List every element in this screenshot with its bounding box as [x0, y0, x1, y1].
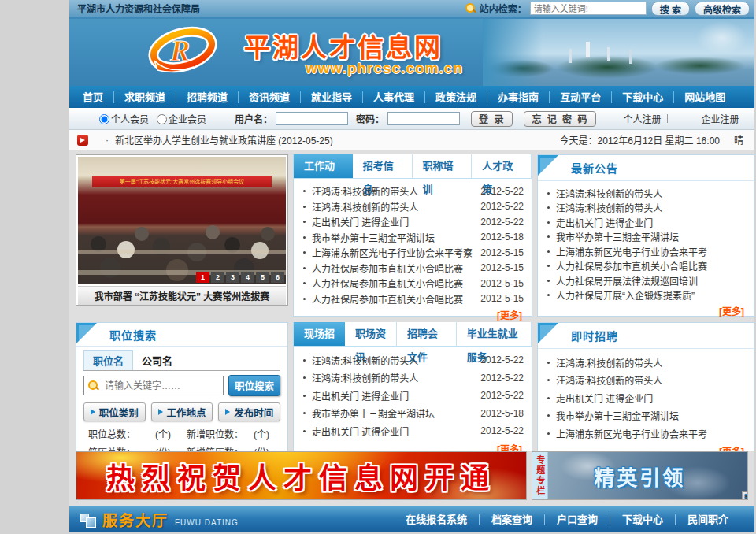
forgot-password-button[interactable]: 忘 记 密 码	[524, 111, 596, 127]
photo-page-button[interactable]: 5	[256, 272, 269, 283]
news-row[interactable]: 人力社保局参加市直机关小合唱比赛 2012-5-15	[303, 261, 524, 276]
news-row[interactable]: 汪鸿涛:科技创新的带头人	[547, 201, 746, 216]
member-type-personal[interactable]: 个人会员	[99, 112, 149, 125]
side-page-button[interactable]: 5	[742, 491, 747, 499]
news-row[interactable]: 走出机关门 进得企业门	[547, 389, 746, 407]
tab[interactable]: 毕业生就业服务	[457, 322, 532, 346]
news-title[interactable]: 汪鸿涛:科技创新的带头人	[312, 371, 474, 384]
company-register-link[interactable]: 企业注册	[701, 112, 739, 125]
tab[interactable]: 招聘会文件	[397, 322, 457, 346]
tab[interactable]: 工作动态	[294, 154, 353, 178]
news-title[interactable]: 汪鸿涛:科技创新的带头人	[312, 184, 474, 198]
news-row[interactable]: 走出机关门 进得企业门 2012-5-22	[303, 214, 524, 230]
footer-link[interactable]: 民间职介	[675, 514, 740, 525]
personal-member-radio[interactable]	[99, 114, 109, 124]
news-row[interactable]: 人力社保局开展“入企锻炼提素质”	[547, 288, 746, 303]
tab[interactable]: 职称培训	[413, 154, 472, 178]
celebration-banner[interactable]: 热烈祝贺人才信息网开通	[76, 451, 527, 500]
news-row[interactable]: 我市举办第十三期金平湖讲坛	[547, 230, 746, 245]
site-search-input[interactable]	[530, 2, 647, 15]
news-title[interactable]: 人力社保局参加市直机关小合唱比赛	[312, 292, 474, 306]
nav-item[interactable]: 求职频道	[113, 91, 176, 103]
nav-item[interactable]: 人事代理	[362, 91, 424, 103]
news-title[interactable]: 走出机关门 进得企业门	[312, 215, 474, 228]
login-button[interactable]: 登 录	[471, 111, 513, 127]
news-title[interactable]: 汪鸿涛:科技创新的带头人	[556, 201, 746, 214]
news-title[interactable]: 汪鸿涛:科技创新的带头人	[556, 356, 746, 369]
username-field[interactable]	[276, 112, 348, 125]
news-row[interactable]: 上海浦东新区光电子行业协会来平考	[547, 425, 746, 443]
news-title[interactable]: 我市举办第十三期金平湖讲坛	[312, 231, 474, 244]
news-title[interactable]: 走出机关门 进得企业门	[312, 425, 474, 438]
nav-item[interactable]: 就业指导	[300, 91, 362, 103]
news-photo[interactable]: 第一届“江苏技能状元”大赛常州选拔赛领导小组会议 123456	[78, 157, 286, 284]
news-row[interactable]: 人力社保局参加市直机关小合唱比赛 2012-5-15	[303, 291, 524, 307]
news-title[interactable]: 走出机关门 进得企业门	[556, 216, 746, 229]
tab[interactable]: 人才政策	[472, 154, 532, 178]
news-row[interactable]: 汪鸿涛:科技创新的带头人	[547, 354, 746, 372]
news-row[interactable]: 我市举办第十三期金平湖讲坛 2012-5-18	[303, 405, 524, 423]
news-title[interactable]: 上海浦东新区光电子行业协会来平考	[556, 427, 746, 440]
tab[interactable]: 职场资讯	[345, 322, 397, 346]
news-title[interactable]: 上海浦东新区光电子行业协会来平考	[556, 245, 746, 258]
news-title[interactable]: 走出机关门 进得企业门	[312, 389, 474, 402]
nav-item[interactable]: 政策法规	[424, 91, 487, 103]
ticker-headline[interactable]: 新北区举办大学生创业与就业政策讲座 (2012-05-25)	[115, 133, 333, 146]
photo-caption[interactable]: 我市部署 “江苏技能状元” 大赛常州选拔赛	[78, 286, 286, 305]
footer-link[interactable]: 在线报名系统	[394, 514, 479, 525]
news-row[interactable]: 人力社保局开展法律法规巡回培训	[547, 273, 746, 288]
news-row[interactable]: 走出机关门 进得企业门 2012-5-22	[303, 387, 524, 405]
news-row[interactable]: 我市举办第十三期金平湖讲坛 2012-5-18	[303, 230, 524, 246]
more-link[interactable]: [更多]	[538, 302, 754, 317]
personal-register-link[interactable]: 个人注册	[623, 112, 661, 125]
news-title[interactable]: 人力社保局参加市直机关小合唱比赛	[312, 276, 474, 290]
password-field[interactable]	[387, 112, 460, 125]
news-title[interactable]: 汪鸿涛:科技创新的带头人	[556, 373, 746, 387]
photo-page-button[interactable]: 6	[271, 272, 284, 283]
footer-link[interactable]: 档案查询	[479, 514, 544, 525]
news-row[interactable]: 我市举办第十三期金平湖讲坛	[547, 407, 746, 425]
news-title[interactable]: 我市举办第十三期金平湖讲坛	[312, 406, 474, 420]
news-row[interactable]: 汪鸿涛:科技创新的带头人	[547, 186, 746, 201]
nav-item[interactable]: 首页	[72, 91, 113, 103]
filter-button[interactable]: 发布时间	[218, 402, 280, 421]
search-button[interactable]: 搜 索	[651, 2, 690, 16]
photo-page-button[interactable]: 2	[211, 272, 224, 283]
news-title[interactable]: 汪鸿涛:科技创新的带头人	[312, 354, 474, 367]
news-row[interactable]: 上海浦东新区光电子行业协会来平考察 2012-5-15	[303, 245, 524, 261]
nav-item[interactable]: 招聘频道	[176, 91, 238, 103]
photo-page-button[interactable]: 3	[226, 272, 239, 283]
company-member-radio[interactable]	[157, 114, 167, 124]
news-row[interactable]: 人力社保局参加市直机关小合唱比赛	[547, 259, 746, 274]
nav-item[interactable]: 资讯频道	[238, 91, 300, 103]
news-row[interactable]: 走出机关门 进得企业门	[547, 215, 746, 230]
news-title[interactable]: 我市举办第十三期金平湖讲坛	[556, 230, 746, 243]
news-title[interactable]: 人力社保局开展法律法规巡回培训	[556, 274, 746, 287]
filter-button[interactable]: 职位类别	[83, 402, 146, 421]
news-title[interactable]: 人力社保局开展“入企锻炼提素质”	[556, 288, 746, 302]
filter-button[interactable]: 工作地点	[151, 402, 213, 421]
news-row[interactable]: 汪鸿涛:科技创新的带头人 2012-5-22	[303, 184, 524, 199]
tab[interactable]: 招考信息	[353, 154, 413, 178]
more-link[interactable]: [更多]	[294, 306, 532, 321]
news-title[interactable]: 上海浦东新区光电子行业协会来平考察	[312, 246, 474, 259]
advanced-search-button[interactable]: 高级检索	[695, 2, 750, 16]
news-title[interactable]: 人力社保局参加市直机关小合唱比赛	[556, 259, 746, 273]
footer-link[interactable]: 户口查询	[544, 514, 610, 525]
job-search-button[interactable]: 职位搜索	[228, 375, 280, 396]
footer-link[interactable]: 下载中心	[610, 514, 675, 525]
news-row[interactable]: 上海浦东新区光电子行业协会来平考	[547, 244, 746, 259]
news-row[interactable]: 汪鸿涛:科技创新的带头人 2012-5-22	[303, 369, 524, 388]
tab-position-name[interactable]: 职位名	[83, 350, 133, 370]
news-title[interactable]: 人力社保局参加市直机关小合唱比赛	[312, 261, 474, 275]
nav-item[interactable]: 下载中心	[611, 91, 673, 103]
news-row[interactable]: 汪鸿涛:科技创新的带头人 2012-5-22	[303, 351, 524, 369]
news-title[interactable]: 走出机关门 进得企业门	[556, 391, 746, 405]
news-row[interactable]: 人力社保局参加市直机关小合唱比赛 2012-5-15	[303, 276, 524, 291]
photo-page-button[interactable]: 1	[196, 272, 209, 283]
news-title[interactable]: 我市举办第十三期金平湖讲坛	[556, 409, 746, 422]
news-row[interactable]: 走出机关门 进得企业门 2012-5-22	[303, 422, 524, 440]
news-title[interactable]: 汪鸿涛:科技创新的带头人	[556, 187, 746, 200]
member-type-company[interactable]: 企业会员	[157, 112, 206, 125]
photo-page-button[interactable]: 4	[241, 272, 254, 283]
